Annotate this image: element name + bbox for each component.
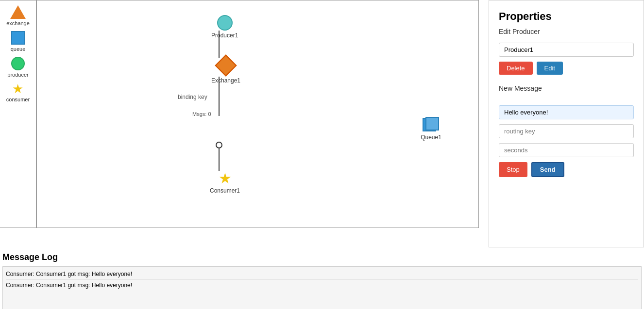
consumer-icon: ★	[12, 82, 23, 95]
msgs-label: Msgs: 0	[192, 111, 211, 117]
sidebar-item-queue[interactable]: queue	[11, 31, 26, 52]
consumer1-shape: ★	[219, 171, 232, 186]
exchange-icon	[10, 5, 26, 19]
routing-key-input[interactable]	[499, 124, 634, 138]
edit-producer-btn-row: Delete Edit	[499, 62, 634, 75]
sidebar: exchange queue producer ★ consumer	[0, 0, 36, 228]
exchange1-label: Exchange1	[211, 77, 240, 84]
producer1-label: Producer1	[211, 32, 238, 39]
exchange1-shape	[215, 54, 237, 76]
sidebar-item-exchange[interactable]: exchange	[6, 5, 30, 26]
stop-button[interactable]: Stop	[499, 162, 527, 177]
main-layout: exchange queue producer ★ consumer	[0, 0, 644, 247]
delete-button[interactable]: Delete	[499, 62, 533, 75]
log-line-0: Consumer: Consumer1 got msg: Hello every…	[6, 269, 638, 280]
sidebar-item-consumer[interactable]: ★ consumer	[6, 82, 30, 102]
sidebar-item-producer[interactable]: producer	[7, 57, 28, 78]
queue1-shape	[423, 117, 440, 132]
queue1-label: Queue1	[421, 134, 441, 141]
node-queue1[interactable]: Queue1	[210, 117, 479, 141]
producer1-shape	[217, 15, 233, 31]
message-log-title: Message Log	[2, 252, 642, 262]
diagram: Producer1 Exchange1 binding key Msgs: 0 …	[37, 0, 478, 228]
queue-icon	[11, 31, 25, 45]
node-consumer1[interactable]: ★ Consumer1	[210, 171, 240, 194]
canvas-area[interactable]: Producer1 Exchange1 binding key Msgs: 0 …	[36, 0, 479, 228]
producer-name-input[interactable]	[499, 43, 634, 57]
send-button[interactable]: Send	[531, 162, 564, 177]
message-log-section: Message Log Consumer: Consumer1 got msg:…	[0, 247, 644, 309]
send-btn-row: Stop Send	[499, 162, 634, 177]
seconds-input[interactable]	[499, 143, 634, 157]
consumer1-label: Consumer1	[210, 187, 240, 194]
sidebar-label-exchange: exchange	[6, 20, 30, 26]
diagram-svg	[37, 0, 478, 228]
svg-point-2	[216, 142, 222, 148]
sidebar-label-queue: queue	[11, 46, 26, 52]
node-exchange1[interactable]: Exchange1	[211, 58, 240, 84]
sidebar-label-consumer: consumer	[6, 97, 30, 102]
binding-key-label: binding key	[178, 94, 207, 100]
message-input[interactable]	[499, 105, 634, 119]
sidebar-label-producer: producer	[7, 72, 28, 78]
producer-icon	[11, 57, 25, 70]
queue1-sq2	[425, 117, 439, 130]
new-message-label: New Message	[499, 84, 634, 92]
log-line-1: Consumer: Consumer1 got msg: Hello every…	[6, 280, 638, 291]
properties-subtitle: Edit Producer	[499, 28, 634, 35]
right-panel: Properties Edit Producer Delete Edit New…	[479, 0, 644, 247]
properties-panel: Properties Edit Producer Delete Edit New…	[489, 0, 644, 247]
properties-title: Properties	[499, 10, 634, 23]
edit-button[interactable]: Edit	[537, 62, 563, 75]
node-producer1[interactable]: Producer1	[211, 15, 238, 39]
message-log-container[interactable]: Consumer: Consumer1 got msg: Hello every…	[2, 266, 642, 309]
